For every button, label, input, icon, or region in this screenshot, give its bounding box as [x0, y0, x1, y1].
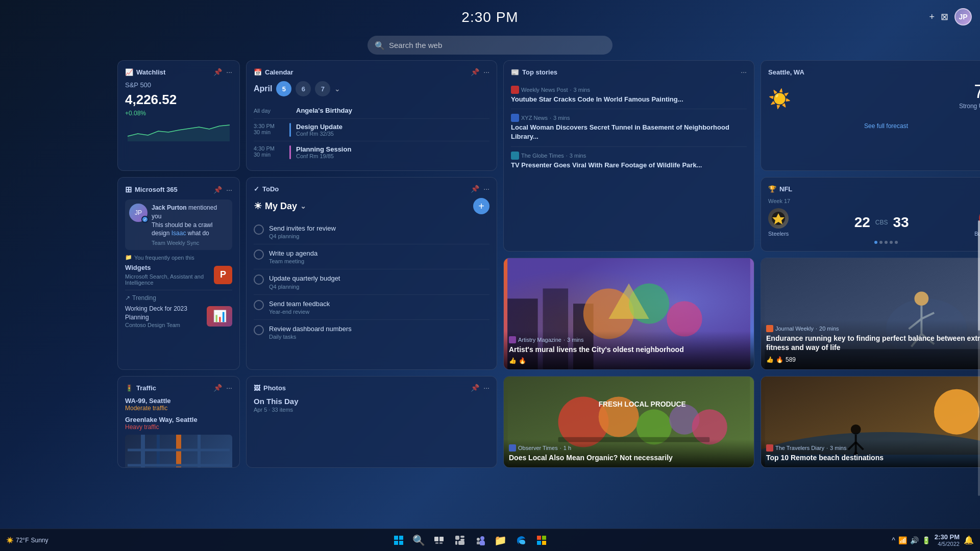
ms365-more-icon[interactable]: ··· — [226, 186, 232, 194]
todo-circle-2[interactable] — [254, 274, 264, 285]
freq-open-text: You frequently open this — [134, 255, 194, 261]
widgets-label: Widgets — [125, 264, 214, 271]
todo-text-0: Send invites for review Q4 planning — [269, 224, 336, 239]
nfl-dot-1[interactable] — [879, 241, 883, 244]
photos-icon: 🖼 — [254, 384, 260, 392]
search-bar-container: 🔍 — [368, 36, 612, 55]
journal-reactions: 👍 🔥 589 — [766, 356, 796, 363]
add-widget-button[interactable]: + — [929, 12, 935, 22]
todo-circle-1[interactable] — [254, 249, 264, 260]
widgets-grid: 📈 Watchlist 📌 ··· S&P 500 4,226.52 +0.08… — [117, 60, 976, 468]
todo-item-text-4: Review dashboard numbers — [269, 324, 352, 334]
todo-item-3: Send team feedback Year-end review ⋮ — [254, 295, 489, 320]
calendar-event-2-details: Planning Session Conf Rm 19/85 — [296, 145, 351, 159]
traffic-pin-icon[interactable]: 📌 — [213, 384, 222, 392]
top-stories-more-icon[interactable]: ··· — [741, 68, 747, 76]
weather-header: Seattle, WA ··· — [768, 68, 980, 76]
mural-source-name: Artistry Magazine — [518, 337, 561, 343]
news-source-name-1: XYZ News — [521, 115, 548, 121]
myday-chevron-icon[interactable]: ⌄ — [300, 202, 306, 210]
avatar[interactable]: JP — [954, 8, 972, 26]
store-button[interactable] — [532, 531, 551, 549]
mention-avatar: JP ✓ — [129, 204, 148, 222]
travelers-time-sep: · — [826, 445, 828, 451]
calendar-pin-icon[interactable]: 📌 — [471, 68, 479, 76]
stock-sparkline — [125, 121, 232, 141]
add-todo-button[interactable]: + — [473, 198, 489, 214]
photos-date-count: Apr 5 · 33 items — [254, 407, 489, 413]
calendar-day-6[interactable]: 6 — [296, 81, 311, 96]
todo-item-text-3: Send team feedback — [269, 299, 330, 309]
calendar-event-2-location: Conf Rm 19/85 — [296, 153, 351, 159]
taskview-button[interactable] — [430, 531, 449, 549]
calendar-expand-icon[interactable]: ⌄ — [334, 85, 340, 93]
todo-pin-icon[interactable]: 📌 — [471, 185, 479, 193]
calendar-day-7[interactable]: 7 — [315, 81, 330, 96]
calendar-event-2-time: 4:30 PM — [254, 145, 284, 152]
mention-box: JP ✓ Jack Purton mentioned you This shou… — [125, 199, 232, 250]
stock-value: 4,226.52 — [125, 92, 232, 108]
taskbar-sun-icon: ☀️ — [6, 537, 14, 544]
weather-forecast-link[interactable]: See full forecast — [864, 122, 908, 130]
explorer-button[interactable]: 📁 — [492, 531, 510, 549]
teams-button[interactable] — [471, 531, 489, 549]
watchlist-header: 📈 Watchlist 📌 ··· — [125, 68, 232, 76]
clock: 2:30 PM — [461, 9, 518, 26]
news-source-name-2: The Globe Times — [521, 153, 564, 159]
calendar-icon: 📅 — [254, 68, 262, 76]
watchlist-icon: 📈 — [125, 68, 133, 76]
calendar-event-1-bar — [289, 123, 291, 137]
nfl-dot-2[interactable] — [885, 241, 888, 244]
produce-overlay: Observer Times · 1 h Does Local Also Mea… — [504, 439, 754, 467]
photos-title: Photos — [263, 384, 286, 392]
start-button[interactable] — [389, 531, 408, 549]
todo-text-4: Review dashboard numbers Daily tasks — [269, 324, 352, 340]
todo-header: ✓ ToDo 📌 ··· — [254, 185, 489, 193]
calendar-event-2: 4:30 PM 30 min Planning Session Conf Rm … — [254, 141, 489, 163]
notification-icon[interactable]: 🔔 — [964, 535, 974, 545]
weather-detail-text: Strong UV today — [959, 103, 980, 110]
scroll-indicator[interactable] — [978, 220, 980, 496]
nfl-team1: Steelers — [768, 208, 789, 237]
chevron-up-icon[interactable]: ^ — [892, 536, 895, 544]
nfl-dot-4[interactable] — [895, 241, 898, 244]
volume-icon[interactable]: 🔊 — [910, 536, 919, 544]
edge-button[interactable] — [512, 531, 530, 549]
watchlist-pin-icon[interactable]: 📌 — [213, 68, 222, 76]
traffic-title: Traffic — [136, 384, 156, 392]
photos-more-icon[interactable]: ··· — [483, 384, 489, 392]
weather-location: Seattle, WA — [768, 68, 804, 76]
svg-rect-54 — [455, 536, 459, 540]
weather-see-full[interactable]: See full forecast — [768, 121, 980, 130]
traffic-route2: Greenlake Way, Seattle — [125, 416, 232, 423]
widgets-button[interactable] — [451, 531, 469, 549]
todo-circle-0[interactable] — [254, 224, 264, 235]
ms365-pin-icon[interactable]: 📌 — [213, 186, 222, 194]
traffic-more-icon[interactable]: ··· — [226, 384, 232, 392]
nfl-dot-3[interactable] — [890, 241, 893, 244]
myday-title[interactable]: ☀ My Day ⌄ — [254, 201, 306, 212]
search-taskbar-button[interactable]: 🔍 — [410, 531, 428, 549]
todo-circle-3[interactable] — [254, 300, 264, 310]
battery-icon[interactable]: 🔋 — [922, 536, 930, 544]
calendar-day-5[interactable]: 5 — [276, 81, 291, 96]
nfl-card: 🏆 NFL ··· Week 17 Steelers 22 CBS — [761, 177, 980, 252]
todo-circle-4[interactable] — [254, 325, 264, 335]
photos-pin-icon[interactable]: 📌 — [471, 384, 479, 392]
todo-item-meta-0: Q4 planning — [269, 233, 336, 239]
search-input[interactable] — [368, 36, 612, 55]
todo-title: ToDo — [262, 185, 279, 193]
news-item-1: XYZ News · 3 mins Local Woman Discovers … — [511, 109, 747, 146]
watchlist-more-icon[interactable]: ··· — [226, 68, 232, 76]
network-icon[interactable]: 📶 — [898, 536, 907, 544]
ms365-title-group: ⊞ Microsoft 365 — [125, 185, 178, 194]
top-stories-title: Top stories — [522, 68, 557, 76]
taskbar-time-block[interactable]: 2:30 PM 4/5/2022 — [935, 533, 960, 547]
journal-time: 20 mins — [819, 325, 839, 332]
close-button[interactable]: ⊠ — [941, 11, 948, 22]
travelers-source-name: The Travelers Diary — [775, 445, 824, 451]
calendar-more-icon[interactable]: ··· — [483, 68, 489, 76]
todo-more-icon[interactable]: ··· — [483, 185, 489, 193]
news-source-1: XYZ News · 3 mins — [511, 114, 747, 122]
nfl-dot-0[interactable] — [874, 241, 877, 244]
